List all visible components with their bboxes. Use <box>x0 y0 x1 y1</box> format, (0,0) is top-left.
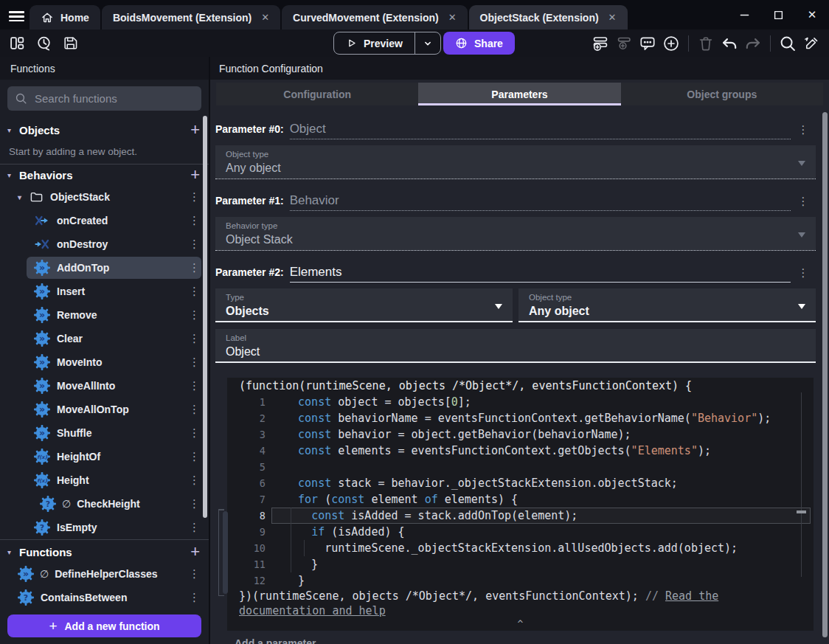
parameter-row: Parameter #1:Behavior⋮ <box>215 187 816 211</box>
item-menu-icon[interactable]: ⋮ <box>189 474 200 487</box>
search-box[interactable] <box>7 86 201 111</box>
close-button[interactable]: ✕ <box>795 0 829 30</box>
sidebar-item-Insert[interactable]: »Insert⋮ <box>0 280 209 303</box>
sidebar-item-Shuffle[interactable]: »Shuffle⋮ <box>0 421 209 445</box>
app-tab[interactable]: Home <box>30 5 100 30</box>
minimize-button[interactable] <box>727 0 761 30</box>
undo-icon[interactable] <box>721 35 738 52</box>
add-circle-icon[interactable] <box>662 35 680 52</box>
item-menu-icon[interactable]: ⋮ <box>189 308 200 322</box>
edit-icon[interactable] <box>802 35 820 52</box>
item-menu-icon[interactable]: ⋮ <box>189 379 200 392</box>
field-object-type[interactable]: Object typeAny object <box>215 145 816 179</box>
field-behavior-type[interactable]: Behavior typeObject Stack <box>215 217 816 251</box>
redo-icon[interactable] <box>744 35 762 52</box>
comment-icon[interactable] <box>639 35 656 52</box>
parameter-menu-icon[interactable]: ⋮ <box>791 266 816 283</box>
sidebar-item-MoveAllOnTop[interactable]: »MoveAllOnTop⋮ <box>0 398 209 421</box>
trash-icon[interactable] <box>697 35 715 52</box>
close-tab-icon[interactable]: ✕ <box>608 12 617 23</box>
sidebar-item-HeightOf[interactable]: f(x)HeightOf⋮ <box>0 445 209 468</box>
editor-left-scrollbar[interactable] <box>223 511 228 594</box>
sidebar-item-MoveAllInto[interactable]: »MoveAllInto⋮ <box>0 374 209 398</box>
add-object-button[interactable]: + <box>190 122 200 137</box>
item-menu-icon[interactable]: ⋮ <box>189 497 200 510</box>
parameter-name-input[interactable]: Object <box>290 122 791 139</box>
svg-text:»: » <box>39 309 45 320</box>
item-menu-icon[interactable]: ⋮ <box>189 214 200 227</box>
field-object-type[interactable]: Object typeAny object <box>518 288 816 322</box>
close-tab-icon[interactable]: ✕ <box>448 12 457 23</box>
field-type[interactable]: TypeObjects <box>215 288 513 322</box>
collapse-arrow-icon[interactable]: ▾ <box>18 193 30 201</box>
item-menu-icon[interactable]: ⋮ <box>189 567 200 581</box>
sidebar-item-Remove[interactable]: »Remove⋮ <box>0 303 209 327</box>
condition-icon: ? <box>18 589 34 606</box>
main-scrollbar[interactable] <box>822 112 828 637</box>
code-editor[interactable]: (function(runtimeScene, objects /*Object… <box>227 378 814 631</box>
item-menu-icon[interactable]: ⋮ <box>189 190 200 204</box>
behavior-group-objectstack[interactable]: ▾ ObjectStack ⋮ <box>0 185 209 209</box>
item-menu-icon[interactable]: ⋮ <box>189 238 200 251</box>
sidebar-scrollbar[interactable] <box>203 116 207 518</box>
sidebar-item-Height[interactable]: f(x)Height⋮ <box>0 468 209 492</box>
sidebar-item-Clear[interactable]: »Clear⋮ <box>0 327 209 350</box>
collapse-editor-icon[interactable]: ^ <box>227 620 814 629</box>
action-icon: » <box>34 283 50 300</box>
parameter-name-input[interactable]: Elements <box>290 265 791 283</box>
sidebar-item-ContainsBetween[interactable]: ?ContainsBetween⋮ <box>0 586 209 609</box>
add-free-function-button[interactable]: + <box>190 544 200 559</box>
item-menu-icon[interactable]: ⋮ <box>189 426 200 440</box>
preview-options-button[interactable] <box>414 32 440 54</box>
add-subevent-icon[interactable] <box>615 35 633 52</box>
tab-object-groups[interactable]: Object groups <box>621 83 823 105</box>
app-tab[interactable]: CurvedMovement (Extension)✕ <box>282 5 468 30</box>
item-menu-icon[interactable]: ⋮ <box>189 356 200 369</box>
maximize-button[interactable] <box>761 0 795 30</box>
item-menu-icon[interactable]: ⋮ <box>189 261 200 274</box>
tab-parameters[interactable]: Parameters <box>418 83 620 105</box>
main-menu-icon[interactable] <box>9 9 25 24</box>
save-icon[interactable] <box>62 35 79 52</box>
collapse-arrow-icon[interactable]: ▾ <box>7 171 19 179</box>
item-menu-icon[interactable]: ⋮ <box>189 450 200 463</box>
objects-section-header[interactable]: ▾ Objects + <box>0 120 209 140</box>
add-behavior-button[interactable]: + <box>190 167 200 182</box>
history-icon[interactable] <box>35 35 52 52</box>
tab-configuration[interactable]: Configuration <box>216 83 418 105</box>
field-label[interactable]: LabelObject <box>215 329 816 363</box>
panels-icon[interactable] <box>9 35 26 52</box>
item-menu-icon[interactable]: ⋮ <box>189 591 200 604</box>
sidebar-item-CheckHeight[interactable]: ?∅CheckHeight⋮ <box>0 492 209 516</box>
behaviors-section-header[interactable]: ▾ Behaviors + <box>0 165 209 185</box>
item-menu-icon[interactable]: ⋮ <box>189 521 200 534</box>
app-tab[interactable]: BoidsMovement (Extension)✕ <box>102 5 280 30</box>
search-input[interactable] <box>33 91 194 105</box>
app-tab[interactable]: ObjectStack (Extension)✕ <box>469 5 628 30</box>
preview-button[interactable]: Preview <box>333 32 441 55</box>
search-icon[interactable] <box>779 35 797 52</box>
close-tab-icon[interactable]: ✕ <box>261 12 269 23</box>
sidebar-item-AddOnTop[interactable]: »AddOnTop⋮ <box>0 256 209 280</box>
item-menu-icon[interactable]: ⋮ <box>189 403 200 416</box>
preview-label: Preview <box>364 38 403 49</box>
code-footer-line: })(runtimeScene, objects /*Object*/, eve… <box>227 589 814 603</box>
collapse-arrow-icon[interactable]: ▾ <box>7 126 19 134</box>
sidebar-item-onDestroy[interactable]: onDestroy⋮ <box>0 232 209 256</box>
item-menu-icon[interactable]: ⋮ <box>189 285 200 298</box>
share-button[interactable]: Share <box>443 32 515 55</box>
add-event-icon[interactable] <box>592 35 609 52</box>
sidebar-item-DefineHelperClasses[interactable]: »∅DefineHelperClasses⋮ <box>0 562 209 586</box>
functions-section-header[interactable]: ▾ Functions + <box>0 541 209 562</box>
parameter-menu-icon[interactable]: ⋮ <box>791 123 816 139</box>
sidebar-item-onCreated[interactable]: onCreated⋮ <box>0 209 209 232</box>
parameter-menu-icon[interactable]: ⋮ <box>791 195 816 211</box>
add-parameter-button-partial[interactable]: Add a parameter <box>215 637 816 644</box>
sidebar-item-MoveInto[interactable]: »MoveInto⋮ <box>0 350 209 374</box>
item-menu-icon[interactable]: ⋮ <box>189 332 200 345</box>
parameter-name-input[interactable]: Behavior <box>290 193 791 211</box>
sidebar-item-IsEmpty[interactable]: ?IsEmpty⋮ <box>0 516 209 539</box>
collapse-arrow-icon[interactable]: ▾ <box>7 548 19 556</box>
add-new-function-button[interactable]: + Add a new function <box>7 614 201 637</box>
code-line: 4 const elements = eventsFunctionContext… <box>227 443 814 459</box>
